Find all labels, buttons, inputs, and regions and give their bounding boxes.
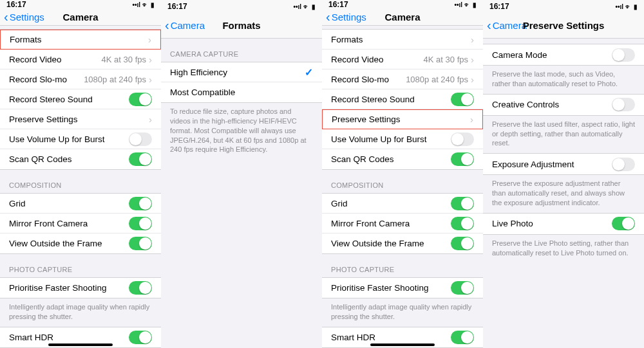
toggle-stereo[interactable] (451, 93, 474, 106)
row-live-photo[interactable]: Live Photo (483, 214, 644, 234)
toggle-grid[interactable] (451, 197, 474, 210)
group-photo: Prioritise Faster Shooting (322, 277, 483, 298)
row-camera-mode[interactable]: Camera Mode (483, 44, 644, 65)
row-volume-burst[interactable]: Use Volume Up for Burst (0, 129, 161, 149)
home-indicator[interactable] (370, 343, 435, 346)
row-qr-codes[interactable]: Scan QR Codes (0, 149, 161, 169)
chevron-left-icon: ‹ (326, 10, 330, 24)
wifi-icon: ᯤ (625, 3, 632, 10)
row-record-video[interactable]: Record Video 4K at 30 fps › (322, 50, 483, 69)
row-formats[interactable]: Formats › (0, 30, 161, 50)
row-faster-shooting[interactable]: Prioritise Faster Shooting (0, 278, 161, 298)
footer-creative: Preserve the last used filter, aspect ra… (483, 116, 644, 154)
group-top: Formats › Record Video 4K at 30 fps › Re… (0, 29, 161, 170)
toggle-live-photo[interactable] (612, 217, 635, 230)
toggle-volume-burst[interactable] (129, 133, 152, 146)
chevron-right-icon: › (149, 74, 152, 85)
toggle-camera-mode[interactable] (612, 48, 635, 62)
row-exposure-adjustment[interactable]: Exposure Adjustment (483, 154, 644, 174)
toggle-creative[interactable] (612, 98, 635, 111)
home-indicator[interactable] (48, 343, 113, 346)
toggle-faster[interactable] (451, 281, 474, 295)
toggle-volume-burst[interactable] (451, 133, 474, 146)
toggle-mirror[interactable] (451, 217, 474, 230)
nav-bar: ‹ Settings Camera (322, 9, 483, 26)
footer-exposure: Preserve the exposure adjustment rather … (483, 175, 644, 213)
row-label: Scan QR Codes (9, 154, 129, 164)
row-qr-codes[interactable]: Scan QR Codes (322, 149, 483, 169)
row-label: Live Photo (492, 219, 612, 228)
toggle-qr[interactable] (451, 152, 474, 166)
row-label: Creative Controls (492, 100, 612, 109)
row-label: High Efficiency (170, 68, 305, 77)
status-time: 16:17 (328, 0, 348, 9)
row-label: Formats (10, 35, 148, 44)
battery-icon: ▮ (634, 3, 638, 10)
toggle-stereo[interactable] (129, 93, 152, 106)
row-mirror-front[interactable]: Mirror Front Camera (322, 214, 483, 234)
footer-live-photo: Preserve the Live Photo setting, rather … (483, 235, 644, 263)
toggle-outside[interactable] (451, 237, 474, 250)
row-record-video[interactable]: Record Video 4K at 30 fps › (0, 50, 161, 69)
group-composition: Grid Mirror Front Camera View Outside th… (322, 193, 483, 254)
status-bar: 16:17 ••ıl ᯤ ▮ (483, 0, 644, 13)
toggle-grid[interactable] (129, 197, 152, 210)
chevron-right-icon: › (471, 74, 474, 85)
toggle-hdr[interactable] (451, 331, 474, 344)
status-icons: ••ıl ᯤ ▮ (293, 3, 316, 10)
row-most-compatible[interactable]: Most Compatible (161, 82, 322, 102)
row-high-efficiency[interactable]: High Efficiency ✓ (161, 62, 322, 82)
group-exposure: Exposure Adjustment (483, 153, 644, 175)
row-label: Mirror Front Camera (9, 219, 129, 228)
group-composition: Grid Mirror Front Camera View Outside th… (0, 193, 161, 254)
signal-icon: ••ıl (454, 1, 462, 8)
nav-bar: ‹ Camera Preserve Settings (483, 13, 644, 39)
wifi-icon: ᯤ (464, 1, 471, 8)
section-footer-photo: Intelligently adapt image quality when r… (322, 298, 483, 327)
row-label: Formats (331, 35, 471, 44)
toggle-exposure[interactable] (612, 158, 635, 171)
section-header-photo: PHOTO CAPTURE (322, 254, 483, 277)
row-label: Prioritise Faster Shooting (9, 283, 129, 293)
toggle-faster[interactable] (129, 281, 152, 295)
row-label: Scan QR Codes (331, 154, 451, 164)
toggle-hdr[interactable] (129, 331, 152, 344)
status-time: 16:17 (489, 2, 509, 11)
back-button[interactable]: ‹ Settings (0, 10, 44, 24)
screen-preserve-settings: 16:17 ••ıl ᯤ ▮ ‹ Camera Preserve Setting… (483, 0, 644, 348)
row-record-slomo[interactable]: Record Slo-mo 1080p at 240 fps › (322, 69, 483, 89)
row-stereo-sound[interactable]: Record Stereo Sound (322, 89, 483, 109)
status-icons: ••ıl ᯤ ▮ (132, 1, 155, 8)
footer-camera-mode: Preserve the last mode, such as Video, r… (483, 66, 644, 94)
row-record-slomo[interactable]: Record Slo-mo 1080p at 240 fps › (0, 69, 161, 89)
row-stereo-sound[interactable]: Record Stereo Sound (0, 89, 161, 109)
row-label: Exposure Adjustment (492, 160, 612, 169)
row-preserve-settings[interactable]: Preserve Settings › (0, 109, 161, 129)
row-faster-shooting[interactable]: Prioritise Faster Shooting (322, 278, 483, 298)
row-label: Record Slo-mo (9, 75, 84, 84)
toggle-qr[interactable] (129, 152, 152, 166)
row-label: Record Video (331, 55, 424, 64)
group-camera-mode: Camera Mode (483, 44, 644, 66)
row-mirror-front[interactable]: Mirror Front Camera (0, 214, 161, 234)
group-top: Formats › Record Video 4K at 30 fps › Re… (322, 29, 483, 170)
battery-icon: ▮ (312, 3, 316, 10)
status-bar: 16:17 ••ıl ᯤ ▮ (322, 0, 483, 9)
row-outside-frame[interactable]: View Outside the Frame (0, 234, 161, 253)
row-creative-controls[interactable]: Creative Controls (483, 95, 644, 115)
toggle-outside[interactable] (129, 237, 152, 250)
back-button[interactable]: ‹ Camera (483, 18, 527, 33)
toggle-mirror[interactable] (129, 217, 152, 230)
row-grid[interactable]: Grid (0, 194, 161, 214)
chevron-right-icon: › (471, 34, 474, 45)
row-label: Smart HDR (331, 333, 451, 342)
row-label: Most Compatible (170, 87, 313, 97)
row-grid[interactable]: Grid (322, 194, 483, 214)
row-preserve-settings[interactable]: Preserve Settings › (322, 109, 483, 129)
row-volume-burst[interactable]: Use Volume Up for Burst (322, 129, 483, 149)
screen-formats: 16:17 ••ıl ᯤ ▮ ‹ Camera Formats CAMERA C… (161, 0, 322, 348)
back-button[interactable]: ‹ Camera (161, 18, 205, 33)
row-formats[interactable]: Formats › (322, 30, 483, 50)
back-button[interactable]: ‹ Settings (322, 10, 366, 24)
row-outside-frame[interactable]: View Outside the Frame (322, 234, 483, 253)
